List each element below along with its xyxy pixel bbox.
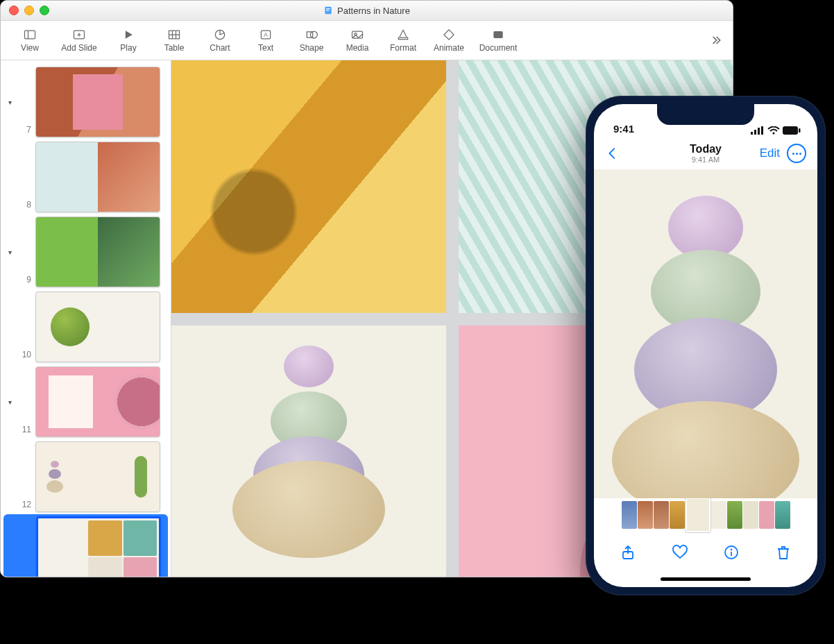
text-button[interactable]: A Text xyxy=(244,25,288,56)
nav-title: Today 9:41 AM xyxy=(661,143,751,164)
iphone-screen: 9:41 Today 9:41 AM Edit xyxy=(594,104,817,587)
thumb-item[interactable] xyxy=(622,501,637,529)
thumb-item[interactable] xyxy=(654,501,669,529)
wifi-icon xyxy=(767,126,780,135)
view-button[interactable]: View xyxy=(8,25,52,56)
slide-preview xyxy=(36,516,162,577)
slide-thumbnail-8[interactable]: ▾ 8 xyxy=(1,139,171,214)
document-title: Patterns in Nature xyxy=(1,1,733,20)
svg-rect-22 xyxy=(493,31,502,38)
svg-rect-3 xyxy=(25,31,35,39)
svg-rect-1 xyxy=(326,8,330,9)
status-time: 9:41 xyxy=(613,123,634,135)
more-options-button[interactable] xyxy=(787,144,806,163)
share-icon[interactable] xyxy=(620,544,636,561)
slide-number: 10 xyxy=(19,350,31,362)
slide-preview xyxy=(35,291,160,362)
slide-number: 9 xyxy=(19,275,31,287)
svg-text:A: A xyxy=(264,31,268,38)
slide-preview xyxy=(35,441,160,512)
trash-icon[interactable] xyxy=(775,544,792,561)
svg-rect-20 xyxy=(398,37,407,39)
svg-rect-25 xyxy=(758,128,760,135)
info-icon[interactable] xyxy=(723,544,740,561)
add-slide-button[interactable]: Add Slide xyxy=(53,25,105,56)
back-chevron-icon[interactable] xyxy=(605,146,620,161)
svg-rect-2 xyxy=(326,10,329,10)
edit-button[interactable]: Edit xyxy=(760,146,780,160)
svg-rect-16 xyxy=(307,32,312,37)
animate-button[interactable]: Animate xyxy=(427,25,471,56)
svg-rect-24 xyxy=(754,130,756,135)
thumb-item-selected[interactable] xyxy=(686,498,710,532)
photo-viewer[interactable] xyxy=(594,169,817,498)
photos-toolbar xyxy=(594,532,817,573)
iphone-notch xyxy=(657,104,754,125)
slide-number: 12 xyxy=(19,500,31,512)
format-button[interactable]: Format xyxy=(381,25,425,56)
slide-number: 11 xyxy=(19,425,31,437)
slide-preview xyxy=(35,67,160,137)
photos-nav-bar: Today 9:41 AM Edit xyxy=(594,137,817,169)
table-button[interactable]: Table xyxy=(152,25,196,56)
toolbar-overflow-button[interactable] xyxy=(705,33,726,47)
slide-number: 8 xyxy=(19,200,31,212)
svg-rect-26 xyxy=(761,126,763,135)
svg-rect-23 xyxy=(751,132,753,135)
slide-thumbnail-11[interactable]: ▾ 11 xyxy=(1,364,171,439)
slide-thumbnail-13[interactable]: ▾ 13 xyxy=(3,514,168,577)
thumb-item[interactable] xyxy=(711,501,726,529)
thumb-item[interactable] xyxy=(775,501,790,529)
svg-marker-8 xyxy=(126,31,133,39)
thumb-item[interactable] xyxy=(727,501,742,529)
disclosure-triangle-icon[interactable]: ▾ xyxy=(5,248,15,256)
iphone-device: 9:41 Today 9:41 AM Edit xyxy=(586,96,826,595)
shape-button[interactable]: Shape xyxy=(289,25,334,56)
thumb-item[interactable] xyxy=(743,501,758,529)
thumb-item[interactable] xyxy=(638,501,653,529)
play-button[interactable]: Play xyxy=(106,25,151,56)
cellular-signal-icon xyxy=(751,126,765,135)
slide-thumbnail-10[interactable]: ▾ 10 xyxy=(1,289,171,364)
disclosure-triangle-icon[interactable]: ▾ xyxy=(5,99,15,106)
svg-rect-29 xyxy=(799,128,801,133)
slide-preview xyxy=(35,366,160,437)
favorite-heart-icon[interactable] xyxy=(672,544,688,561)
slide-thumbnail-9[interactable]: ▾ 9 xyxy=(1,214,171,289)
media-button[interactable]: Media xyxy=(335,25,380,56)
document-button[interactable]: Document xyxy=(473,25,524,56)
slide-thumbnail-7[interactable]: ▾ 7 xyxy=(1,65,171,139)
svg-point-17 xyxy=(310,31,317,38)
slide-preview xyxy=(35,217,160,287)
thumb-item[interactable] xyxy=(759,501,774,529)
image-honeycomb[interactable] xyxy=(171,60,446,313)
slide-navigator[interactable]: ▾ 7 ▾ 8 ▾ 9 ▾ 10 ▾ 11 xyxy=(1,60,171,577)
chart-button[interactable]: Chart xyxy=(198,25,242,56)
slide-thumbnail-12[interactable]: ▾ 12 xyxy=(1,439,171,514)
svg-point-27 xyxy=(772,132,774,134)
disclosure-triangle-icon[interactable]: ▾ xyxy=(5,398,15,406)
home-indicator[interactable] xyxy=(594,573,817,587)
svg-point-33 xyxy=(731,550,732,550)
titlebar: Patterns in Nature xyxy=(1,1,733,21)
image-stacked-urchins[interactable] xyxy=(171,325,446,577)
slide-preview xyxy=(35,142,160,212)
photo-thumbnail-strip[interactable] xyxy=(594,498,817,532)
thumb-item[interactable] xyxy=(670,501,685,529)
battery-icon xyxy=(783,126,801,135)
slide-number: 7 xyxy=(19,125,31,137)
svg-rect-21 xyxy=(444,30,454,40)
svg-rect-28 xyxy=(783,126,798,135)
keynote-file-icon xyxy=(323,6,333,15)
toolbar: View Add Slide Play Table Chart A Text S… xyxy=(1,21,733,60)
